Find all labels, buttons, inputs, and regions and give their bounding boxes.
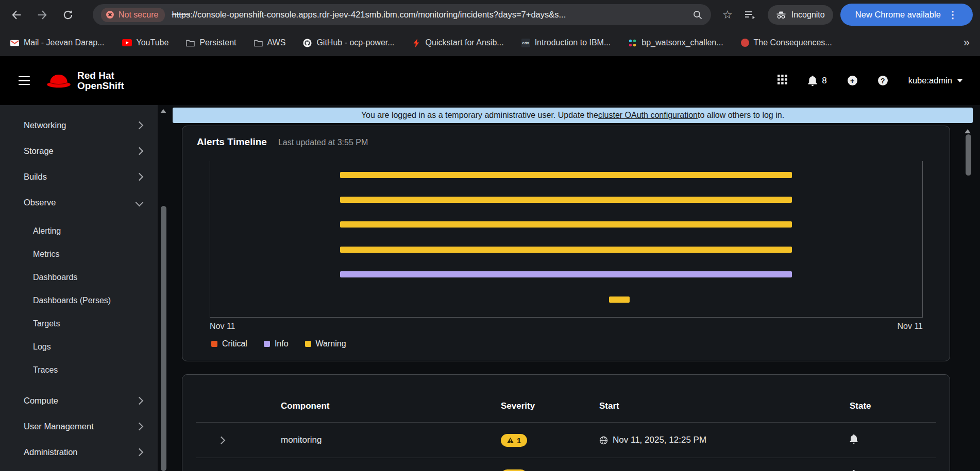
bookmark-aws-folder[interactable]: AWS	[254, 38, 286, 47]
warning-triangle-icon	[507, 438, 514, 443]
bookmark-star-button[interactable]: ☆	[722, 9, 733, 21]
browser-menu-icon[interactable]: ⋮	[948, 9, 958, 21]
table-header-row: Component Severity Start State	[196, 390, 936, 422]
browser-toolbar: Not secure https://console-openshift-con…	[0, 0, 980, 29]
bookmark-consequences[interactable]: The Consequences...	[741, 38, 832, 47]
bookmark-label: Persistent	[199, 38, 236, 47]
zoom-button[interactable]	[692, 10, 703, 20]
col-component: Component	[281, 401, 501, 411]
main-content: You are logged in as a temporary adminis…	[170, 105, 980, 471]
star-icon: ☆	[722, 9, 733, 21]
hamburger-icon	[19, 76, 30, 78]
incognito-label: Incognito	[791, 10, 825, 20]
legend-swatch-critical	[211, 341, 217, 347]
sidebar-item-alerting[interactable]: Alerting	[0, 219, 158, 242]
bookmark-label: bp_watsonx_challen...	[641, 38, 723, 47]
sidebar-item-traces[interactable]: Traces	[0, 358, 158, 381]
table-row[interactable]: monitoring 1	[196, 422, 936, 458]
app-launcher-button[interactable]	[778, 75, 787, 86]
table-row[interactable]: Others 1	[196, 458, 936, 471]
masthead-actions: 8 + ? kube:admin	[778, 75, 962, 86]
timeline-bar-warning	[340, 197, 792, 203]
bookmarks-bar: Mail - Jeevan Darap... YouTube Persisten…	[0, 29, 980, 56]
address-bar[interactable]: Not secure https://console-openshift-con…	[93, 4, 711, 25]
timeline-bar-warning	[609, 296, 630, 303]
sidebar-item-label: Builds	[24, 172, 47, 182]
sidebar-item-label: Storage	[24, 146, 54, 156]
chevron-down-icon	[957, 79, 962, 82]
back-icon	[11, 9, 22, 21]
brand-line2: OpenShift	[77, 81, 124, 91]
folder-icon	[186, 39, 195, 47]
legend-swatch-warning	[305, 341, 311, 347]
timeline-bar-info	[340, 271, 792, 277]
alerts-card-header: Alerts Timeline Last updated at 3:55 PM	[197, 136, 935, 148]
nav-toggle-button[interactable]	[19, 76, 30, 85]
reading-list-button[interactable]	[744, 10, 755, 20]
sidebar-nav: Networking Storage Builds Observe Alerti…	[0, 105, 158, 471]
sidebar-item-dashboards[interactable]: Dashboards	[0, 266, 158, 289]
edx-favicon-icon: edx	[521, 39, 530, 47]
add-button[interactable]: +	[848, 76, 857, 85]
bookmark-label: Mail - Jeevan Darap...	[24, 38, 105, 47]
bookmark-youtube[interactable]: YouTube	[122, 38, 169, 47]
sidebar-item-metrics[interactable]: Metrics	[0, 242, 158, 266]
start-time: Nov 11, 2025, 12:25 PM	[613, 435, 706, 445]
user-menu[interactable]: kube:admin	[908, 76, 962, 85]
sidebar-item-networking[interactable]: Networking	[0, 112, 158, 138]
bookmark-edx[interactable]: edx Introduction to IBM...	[521, 38, 611, 47]
bookmark-label: GitHub - ocp-power...	[316, 38, 394, 47]
expand-row-button[interactable]	[217, 436, 226, 444]
bookmark-label: Introduction to IBM...	[535, 38, 611, 47]
sidebar-item-builds[interactable]: Builds	[0, 164, 158, 189]
help-button[interactable]: ?	[878, 76, 888, 85]
sidebar-item-logs[interactable]: Logs	[0, 335, 158, 358]
zoom-icon	[692, 10, 703, 20]
chevron-right-icon	[136, 172, 144, 181]
incognito-badge[interactable]: Incognito	[768, 5, 833, 25]
legend-swatch-info	[264, 341, 270, 347]
severity-count: 1	[517, 436, 521, 445]
sidebar-item-administration[interactable]: Administration	[0, 439, 158, 465]
chevron-right-icon	[136, 147, 144, 155]
forward-icon	[37, 9, 48, 21]
page-scroll-up-arrow-icon[interactable]	[965, 129, 971, 133]
bookmarks-overflow-button[interactable]: »	[964, 36, 970, 49]
scroll-up-arrow-icon[interactable]	[160, 109, 166, 113]
col-state: State	[850, 401, 936, 411]
sidebar-item-storage[interactable]: Storage	[0, 138, 158, 164]
back-button[interactable]	[5, 4, 28, 26]
url-rest: ://console-openshift-console.apps.rdr-je…	[190, 10, 566, 19]
reload-button[interactable]	[57, 4, 79, 26]
user-menu-label: kube:admin	[908, 76, 952, 85]
notifications-button[interactable]: 8	[808, 76, 826, 86]
reading-list-icon	[744, 10, 755, 20]
forward-button[interactable]	[31, 4, 54, 26]
sidebar-item-observe[interactable]: Observe	[0, 189, 158, 215]
oauth-config-link[interactable]: cluster OAuth configuration	[598, 111, 698, 120]
legend-label: Info	[275, 339, 289, 348]
bookmark-persistent-folder[interactable]: Persistent	[186, 38, 236, 47]
sidebar-item-dashboards-perses[interactable]: Dashboards (Perses)	[0, 289, 158, 312]
chrome-update-button[interactable]: New Chrome available ⋮	[840, 4, 973, 26]
brand-logo[interactable]: Red Hat OpenShift	[46, 71, 124, 91]
legend-item-info: Info	[264, 339, 289, 348]
cell-component: monitoring	[281, 435, 501, 445]
bookmark-quickstart[interactable]: Quickstart for Ansib...	[412, 38, 504, 47]
sidebar-item-targets[interactable]: Targets	[0, 312, 158, 335]
page-scrollbar-thumb[interactable]	[966, 134, 971, 176]
legend-label: Warning	[316, 339, 346, 348]
bell-icon[interactable]	[850, 434, 858, 444]
bookmark-slack[interactable]: bp_watsonx_challen...	[628, 38, 723, 47]
sidebar-scrollbar-thumb[interactable]	[161, 206, 166, 471]
screen: Not secure https://console-openshift-con…	[0, 0, 980, 471]
sidebar-item-compute[interactable]: Compute	[0, 388, 158, 413]
security-chip[interactable]: Not secure	[101, 8, 165, 22]
warning-severity-badge: 1	[501, 434, 527, 447]
chrome-update-label: New Chrome available	[855, 10, 941, 20]
sidebar-item-user-management[interactable]: User Management	[0, 413, 158, 439]
cell-start: Nov 11, 2025, 12:25 PM	[599, 435, 850, 445]
bookmark-mail[interactable]: Mail - Jeevan Darap...	[10, 38, 105, 47]
url-scheme: https	[172, 10, 190, 19]
bookmark-github[interactable]: GitHub - ocp-power...	[303, 38, 394, 47]
